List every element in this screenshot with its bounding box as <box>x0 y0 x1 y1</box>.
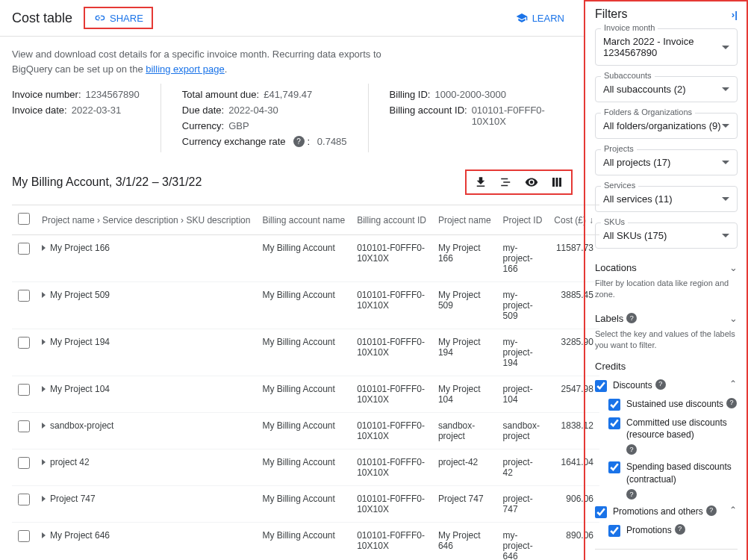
projects-select[interactable]: Projects All projects (17) <box>595 149 738 175</box>
row-checkbox[interactable] <box>18 243 30 255</box>
row-project-id: my-project-646 <box>497 523 549 561</box>
col-project-sku[interactable]: Project name › Service description › SKU… <box>36 205 256 235</box>
expand-icon[interactable] <box>42 423 46 429</box>
row-project: My Project 194 <box>50 337 110 347</box>
expand-icon[interactable] <box>42 532 46 538</box>
billing-id-value: 1000-2000-3000 <box>435 89 506 100</box>
expand-icon[interactable] <box>42 459 46 465</box>
row-project-name: My Project 104 <box>432 376 497 413</box>
discounts-toggle[interactable]: Discounts? ⌃ <box>595 376 738 395</box>
expand-icon[interactable] <box>42 339 46 345</box>
skus-select[interactable]: SKUs All SKUs (175) <box>595 223 738 249</box>
row-billing-account-name: My Billing Account <box>256 486 351 523</box>
select-all-checkbox[interactable] <box>18 213 30 225</box>
subaccounts-select[interactable]: Subaccounts All subaccounts (2) <box>595 76 738 102</box>
row-project: My Project 166 <box>50 243 110 253</box>
chevron-up-icon[interactable]: ⌃ <box>729 505 738 514</box>
learn-icon <box>516 12 528 24</box>
divider <box>595 549 738 550</box>
row-project-name: sandbox-project <box>432 413 497 449</box>
help-icon[interactable]: ? <box>675 524 685 535</box>
row-checkbox[interactable] <box>18 384 30 396</box>
row-project-name: Project 747 <box>432 486 497 523</box>
folders-select[interactable]: Folders & Organizations All folders/orga… <box>595 113 738 139</box>
table-row: My Project 166My Billing Account010101-F… <box>12 235 599 282</box>
row-billing-account-id: 010101-F0FFF0-10X10X <box>351 523 432 561</box>
filters-title: Filters <box>595 7 628 21</box>
expand-icon[interactable] <box>42 292 46 298</box>
col-project-id[interactable]: Project ID <box>497 205 549 235</box>
share-button[interactable]: SHARE <box>84 7 152 28</box>
row-project-name: My Project 509 <box>432 282 497 329</box>
row-checkbox[interactable] <box>18 337 30 349</box>
billing-export-link[interactable]: billing export page <box>146 63 225 75</box>
row-checkbox[interactable] <box>18 420 30 432</box>
expand-icon[interactable] <box>42 386 46 392</box>
locations-toggle[interactable]: Locations ⌄ <box>595 259 738 276</box>
services-select[interactable]: Services All services (11) <box>595 186 738 212</box>
expand-icon[interactable] <box>42 496 46 502</box>
dropdown-icon <box>722 197 729 201</box>
row-billing-account-id: 010101-F0FFF0-10X10X <box>351 449 432 486</box>
table-row: My Project 194My Billing Account010101-F… <box>12 329 599 376</box>
page-header: Cost table SHARE LEARN <box>0 0 584 37</box>
col-project-name[interactable]: Project name <box>432 205 497 235</box>
discounts-checkbox[interactable] <box>595 380 607 392</box>
help-icon[interactable]: ? <box>626 489 637 500</box>
toggle-visibility-button[interactable] <box>524 175 539 190</box>
row-billing-account-name: My Billing Account <box>256 235 351 282</box>
row-checkbox[interactable] <box>18 290 30 302</box>
labels-toggle[interactable]: Labels? ⌄ <box>595 310 738 327</box>
invoice-month-select[interactable]: Invoice month March 2022 - Invoice 12345… <box>595 28 738 66</box>
table-row: My Project 646My Billing Account010101-F… <box>12 523 599 561</box>
total-due-label: Total amount due: <box>182 89 259 100</box>
row-billing-account-name: My Billing Account <box>256 449 351 486</box>
due-date-label: Due date: <box>182 105 224 116</box>
table-row: My Project 509My Billing Account010101-F… <box>12 282 599 329</box>
help-icon[interactable]: ? <box>293 136 305 147</box>
collapse-filters-button[interactable]: ›| <box>732 9 738 20</box>
row-project: sandbox-project <box>50 420 113 431</box>
dropdown-icon <box>722 87 729 91</box>
columns-button[interactable] <box>549 175 564 190</box>
table-row: project 42My Billing Account010101-F0FFF… <box>12 449 599 486</box>
row-billing-account-name: My Billing Account <box>256 413 351 449</box>
help-icon[interactable]: ? <box>726 398 737 408</box>
help-icon[interactable]: ? <box>626 444 637 455</box>
learn-button[interactable]: LEARN <box>508 7 572 28</box>
row-checkbox[interactable] <box>18 457 30 469</box>
expand-icon[interactable] <box>42 245 46 251</box>
row-project-name: project-42 <box>432 449 497 486</box>
spending-checkbox[interactable] <box>608 461 620 473</box>
row-billing-account-id: 010101-F0FFF0-10X10X <box>351 486 432 523</box>
col-billing-account-id[interactable]: Billing account ID <box>351 205 432 235</box>
account-date-title: My Billing Account, 3/1/22 – 3/31/22 <box>12 175 202 189</box>
row-billing-account-id: 010101-F0FFF0-10X10X <box>351 235 432 282</box>
invoice-number-label: Invoice number: <box>12 89 81 100</box>
promo-others-checkbox[interactable] <box>595 506 607 518</box>
dropdown-icon <box>722 234 729 237</box>
help-icon[interactable]: ? <box>626 313 637 323</box>
download-button[interactable] <box>473 175 488 190</box>
row-checkbox[interactable] <box>18 530 30 542</box>
sustained-checkbox[interactable] <box>608 399 620 411</box>
help-icon[interactable]: ? <box>655 379 666 390</box>
expand-rows-button[interactable] <box>499 175 514 190</box>
col-billing-account-name[interactable]: Billing account name <box>256 205 351 235</box>
committed-checkbox[interactable] <box>608 417 620 429</box>
locations-section: Locations ⌄ Filter by location data like… <box>595 259 738 301</box>
dropdown-icon <box>722 46 729 49</box>
row-project: Project 747 <box>50 494 96 504</box>
promo-others-toggle[interactable]: Promotions and others? ⌃ <box>595 503 738 521</box>
row-project: My Project 646 <box>50 530 110 541</box>
promotions-checkbox[interactable] <box>608 525 620 537</box>
total-due-value: £41,749.47 <box>264 89 312 100</box>
link-icon <box>93 12 105 24</box>
row-checkbox[interactable] <box>18 494 30 505</box>
row-project-name: My Project 194 <box>432 329 497 376</box>
currency-value: GBP <box>228 120 249 131</box>
row-project-id: my-project-509 <box>497 282 549 329</box>
chevron-up-icon[interactable]: ⌃ <box>729 379 738 388</box>
page-title: Cost table <box>12 10 72 26</box>
help-icon[interactable]: ? <box>706 505 717 516</box>
